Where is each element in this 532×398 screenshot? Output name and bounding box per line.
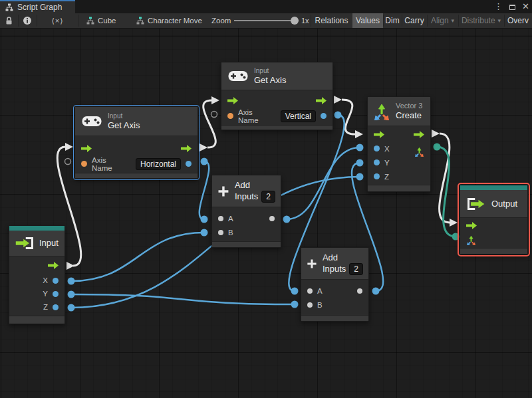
relations-button[interactable]: Relations — [311, 13, 352, 28]
value-in-port[interactable] — [374, 159, 380, 165]
wire-flow-getaxis-v-to-vector3 — [342, 100, 355, 134]
chevron-down-icon: ▾ — [452, 17, 455, 24]
value-in-port[interactable] — [307, 302, 313, 308]
distribute-dropdown[interactable]: Distribute ▾ — [458, 13, 504, 28]
value-out-port[interactable] — [269, 216, 275, 221]
flow-in-port[interactable] — [227, 97, 238, 104]
value-out-port[interactable] — [186, 161, 192, 167]
axis-name-field[interactable]: Horizontal — [136, 158, 181, 170]
port-label: A — [228, 215, 233, 223]
flow-arrowhead — [211, 96, 219, 104]
plus-icon — [217, 183, 229, 199]
inputs-count-field[interactable]: 2 — [349, 263, 363, 275]
node-get-axis-horizontal[interactable]: Input Get Axis Axis Name Horizontal — [74, 106, 198, 179]
node-get-axis-vertical[interactable]: Input Get Axis Axis Name Vertical — [221, 62, 333, 130]
axis-name-field[interactable]: Vertical — [281, 110, 316, 122]
flow-in-port[interactable] — [466, 222, 477, 229]
connection-dot — [201, 229, 208, 237]
value-out-port[interactable] — [53, 291, 59, 297]
graph-canvas[interactable]: Input Get Axis Axis Name Horizontal — [0, 29, 532, 398]
event-strip — [9, 226, 65, 231]
value-in-port[interactable] — [218, 216, 223, 221]
close-icon[interactable]: ✕ — [522, 0, 529, 13]
string-port[interactable] — [81, 161, 87, 167]
string-port[interactable] — [227, 113, 233, 119]
info-button[interactable] — [18, 13, 37, 28]
connection-dot — [68, 304, 75, 312]
tab-title: Script Graph — [17, 3, 62, 12]
overview-button[interactable]: Overv — [504, 13, 532, 28]
flow-in-port[interactable] — [81, 145, 92, 152]
node-add-1[interactable]: Add Inputs 2 A B — [211, 175, 281, 248]
node-subtitle: Input — [108, 112, 140, 120]
node-title: Add — [323, 252, 363, 263]
node-title: Add — [235, 180, 275, 191]
maximize-icon[interactable] — [509, 1, 515, 13]
lock-button[interactable] — [0, 13, 18, 28]
connection-dot — [356, 159, 364, 167]
flow-arrowhead — [200, 144, 207, 151]
flow-out-port[interactable] — [181, 145, 192, 152]
port-label: Y — [43, 290, 48, 298]
vector3-icon — [373, 103, 390, 120]
flow-in-port[interactable] — [374, 131, 384, 138]
node-subtitle: Vector 3 — [396, 102, 422, 110]
port-label: B — [228, 229, 233, 237]
port-label: Y — [384, 159, 390, 167]
zoom-value: 1x — [301, 13, 309, 28]
info-icon — [23, 16, 32, 25]
unconnected-port-circle — [65, 159, 71, 165]
node-title: Input — [39, 238, 59, 249]
node-title: Get Axis — [108, 120, 140, 131]
flow-out-port[interactable] — [48, 262, 59, 269]
breadcrumb-character-move[interactable]: Character Move — [136, 13, 202, 28]
value-in-port[interactable] — [374, 146, 380, 151]
value-in-port[interactable] — [374, 173, 380, 179]
script-graph-icon — [5, 3, 13, 11]
connection-dot — [291, 288, 299, 295]
connection-dot-vector — [452, 233, 460, 241]
node-footer — [212, 241, 281, 247]
plus-icon — [307, 256, 317, 272]
event-strip — [460, 185, 527, 190]
vector3-in-port[interactable] — [466, 235, 476, 245]
flow-arrowhead — [355, 130, 363, 138]
node-subtitle: Input — [254, 66, 286, 75]
connection-dot — [356, 144, 364, 151]
value-in-port[interactable] — [218, 230, 223, 235]
align-dropdown[interactable]: Align ▾ — [427, 13, 458, 28]
node-add-2[interactable]: Add Inputs 2 A B — [301, 247, 369, 322]
port-label: Z — [384, 173, 389, 181]
breadcrumb-label: Character Move — [148, 17, 202, 25]
port-label: Z — [43, 303, 48, 311]
node-footer — [221, 125, 332, 130]
unconnected-port-circle — [211, 112, 217, 118]
dim-button[interactable]: Dim — [383, 13, 402, 28]
zoom-slider-handle[interactable] — [291, 17, 299, 25]
kebab-menu-icon[interactable]: ⋮ — [494, 0, 503, 13]
input-event-icon — [15, 237, 35, 250]
value-out-port[interactable] — [53, 278, 59, 284]
node-vector3-create[interactable]: Vector 3 Create X — [367, 96, 431, 192]
value-out-port[interactable] — [321, 113, 327, 119]
connection-dot — [334, 112, 342, 119]
blackboard-variables-button[interactable]: ⟨×⟩ — [37, 13, 78, 28]
value-in-port[interactable] — [307, 288, 313, 294]
breadcrumb-cube[interactable]: Cube — [86, 13, 116, 28]
inputs-label: Inputs — [323, 264, 346, 274]
wire-flow-getaxis-h-to-getaxis-v — [203, 100, 216, 148]
tab-script-graph[interactable]: Script Graph — [0, 0, 75, 13]
value-out-port[interactable] — [53, 304, 59, 310]
output-event-icon — [466, 197, 486, 211]
flow-out-port[interactable] — [414, 131, 424, 138]
node-output-event[interactable]: Output — [460, 185, 528, 254]
port-label: A — [317, 287, 323, 295]
value-out-port[interactable] — [357, 288, 362, 294]
carry-button[interactable]: Carry — [402, 13, 427, 28]
inputs-count-field[interactable]: 2 — [261, 191, 275, 203]
node-footer — [301, 315, 368, 321]
zoom-slider-track[interactable] — [234, 20, 299, 21]
values-button[interactable]: Values — [352, 13, 383, 28]
flow-out-port[interactable] — [316, 97, 327, 104]
node-input-event[interactable]: Input X Y Z — [9, 225, 65, 324]
